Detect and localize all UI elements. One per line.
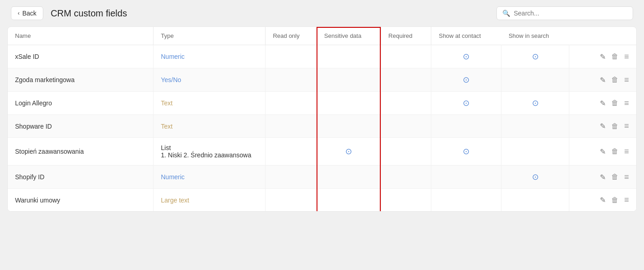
delete-icon[interactable]: 🗑 [611, 147, 618, 156]
cell-readonly [266, 68, 317, 92]
cell-sensitive: ⊙ [317, 138, 381, 166]
cell-name: Zgoda marketingowa [8, 68, 153, 92]
cell-actions: ✎ 🗑 ≡ [569, 45, 636, 68]
cell-show-at-contact [431, 189, 501, 212]
cell-show-at-contact [431, 166, 501, 189]
cell-type: Numeric [153, 166, 266, 189]
back-button[interactable]: ‹ Back [11, 6, 43, 20]
cell-show-at-contact: ⊙ [431, 45, 501, 68]
col-header-required: Required [381, 27, 431, 45]
cell-type: Text [153, 115, 266, 138]
menu-icon[interactable]: ≡ [624, 52, 629, 62]
cell-name: Shopify ID [8, 166, 153, 189]
cell-sensitive [317, 45, 381, 68]
menu-icon[interactable]: ≡ [624, 121, 629, 131]
menu-icon[interactable]: ≡ [624, 75, 629, 85]
cell-required [381, 92, 431, 115]
menu-icon[interactable]: ≡ [624, 195, 629, 205]
cell-actions: ✎ 🗑 ≡ [569, 138, 636, 166]
edit-icon[interactable]: ✎ [600, 122, 606, 130]
delete-icon[interactable]: 🗑 [611, 122, 618, 130]
check-icon: ⊙ [532, 99, 539, 108]
edit-icon[interactable]: ✎ [600, 147, 606, 156]
search-input[interactable] [514, 10, 627, 17]
cell-actions: ✎ 🗑 ≡ [569, 189, 636, 212]
cell-actions: ✎ 🗑 ≡ [569, 92, 636, 115]
cell-type: List1. Niski 2. Średnio zaawansowa [153, 138, 266, 166]
cell-show-in-search [501, 115, 569, 138]
cell-type: Large text [153, 189, 266, 212]
cell-readonly [266, 115, 317, 138]
table-row: Login AllegroText⊙⊙ ✎ 🗑 ≡ [8, 92, 636, 115]
table-row: Warunki umowyLarge text ✎ 🗑 ≡ [8, 189, 636, 212]
cell-show-in-search: ⊙ [501, 92, 569, 115]
edit-icon[interactable]: ✎ [600, 196, 606, 204]
cell-type: Yes/No [153, 68, 266, 92]
page-title: CRM custom fields [51, 8, 127, 19]
menu-icon[interactable]: ≡ [624, 147, 629, 156]
cell-type: Text [153, 92, 266, 115]
col-header-readonly: Read only [266, 27, 317, 45]
cell-show-at-contact: ⊙ [431, 138, 501, 166]
col-header-name: Name [8, 27, 153, 45]
cell-show-in-search: ⊙ [501, 166, 569, 189]
cell-name: Shopware ID [8, 115, 153, 138]
col-header-show-contact: Show at contact [431, 27, 501, 45]
table-body: xSale IDNumeric⊙⊙ ✎ 🗑 ≡ Zgoda marketingo… [8, 45, 636, 212]
cell-required [381, 45, 431, 68]
cell-readonly [266, 166, 317, 189]
cell-name: Login Allegro [8, 92, 153, 115]
cell-show-at-contact: ⊙ [431, 92, 501, 115]
cell-required [381, 68, 431, 92]
cell-show-in-search [501, 138, 569, 166]
page-wrapper: ‹ Back CRM custom fields 🔍 Name Type Rea… [0, 0, 644, 270]
col-header-actions [569, 27, 636, 45]
cell-sensitive [317, 115, 381, 138]
cell-sensitive [317, 189, 381, 212]
search-icon: 🔍 [502, 10, 510, 17]
cell-type: Numeric [153, 45, 266, 68]
delete-icon[interactable]: 🗑 [611, 76, 618, 84]
cell-show-in-search: ⊙ [501, 45, 569, 68]
chevron-left-icon: ‹ [18, 10, 20, 16]
edit-icon[interactable]: ✎ [600, 173, 606, 182]
cell-sensitive [317, 68, 381, 92]
custom-fields-table: Name Type Read only Sensitive data Requi… [8, 27, 636, 211]
cell-readonly [266, 189, 317, 212]
back-label: Back [22, 10, 36, 17]
cell-required [381, 115, 431, 138]
cell-name: Stopień zaawansowania [8, 138, 153, 166]
edit-icon[interactable]: ✎ [600, 99, 606, 108]
cell-show-in-search [501, 189, 569, 212]
cell-readonly [266, 92, 317, 115]
table-row: Stopień zaawansowaniaList1. Niski 2. Śre… [8, 138, 636, 166]
table-row: Shopify IDNumeric⊙ ✎ 🗑 ≡ [8, 166, 636, 189]
delete-icon[interactable]: 🗑 [611, 196, 618, 204]
table-header-row: Name Type Read only Sensitive data Requi… [8, 27, 636, 45]
check-icon: ⊙ [463, 99, 470, 108]
table-row: Zgoda marketingowaYes/No⊙ ✎ 🗑 ≡ [8, 68, 636, 92]
edit-icon[interactable]: ✎ [600, 52, 606, 61]
delete-icon[interactable]: 🗑 [611, 173, 618, 181]
cell-sensitive [317, 166, 381, 189]
delete-icon[interactable]: 🗑 [611, 52, 618, 61]
delete-icon[interactable]: 🗑 [611, 99, 618, 107]
cell-readonly [266, 138, 317, 166]
cell-actions: ✎ 🗑 ≡ [569, 166, 636, 189]
menu-icon[interactable]: ≡ [624, 99, 629, 108]
menu-icon[interactable]: ≡ [624, 172, 629, 182]
cell-sensitive [317, 92, 381, 115]
check-icon: ⊙ [532, 172, 539, 182]
cell-required [381, 138, 431, 166]
cell-name: xSale ID [8, 45, 153, 68]
cell-show-at-contact: ⊙ [431, 68, 501, 92]
cell-required [381, 166, 431, 189]
table-row: Shopware IDText ✎ 🗑 ≡ [8, 115, 636, 138]
cell-show-in-search [501, 68, 569, 92]
check-icon: ⊙ [463, 147, 470, 156]
cell-actions: ✎ 🗑 ≡ [569, 115, 636, 138]
content-area: Name Type Read only Sensitive data Requi… [7, 26, 637, 212]
cell-actions: ✎ 🗑 ≡ [569, 68, 636, 92]
col-header-show-search: Show in search [501, 27, 569, 45]
edit-icon[interactable]: ✎ [600, 76, 606, 84]
